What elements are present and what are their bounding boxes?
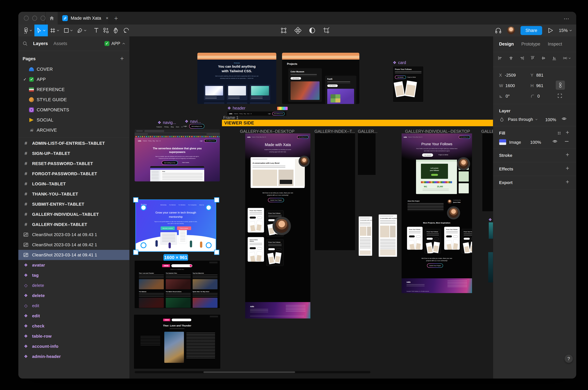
canvas-image-projects-screenshot[interactable]: Projects Color Museum Visit Website Fast… — [282, 53, 359, 104]
corner-radius-handle-se[interactable] — [206, 242, 212, 248]
tab-layers[interactable]: Layers — [33, 41, 48, 46]
fill-styles-button[interactable] — [557, 131, 561, 135]
close-tab-icon[interactable]: × — [106, 16, 108, 21]
resources-tool[interactable] — [101, 25, 111, 36]
layer-opacity-field[interactable]: 100% — [545, 117, 556, 122]
frame-gallery-index-tablet[interactable] — [315, 133, 355, 250]
layer-row-component[interactable]: ❖delete — [18, 291, 129, 301]
new-tab-button[interactable]: + — [114, 15, 118, 22]
align-top-icon[interactable] — [530, 56, 535, 61]
crop-button[interactable] — [323, 27, 329, 34]
frame-gallery-individual-desktop[interactable]: xata Features Pricing Blog Docs AI Start… — [402, 133, 472, 293]
layer-row-image[interactable]: CleanShot 2023-03-14 at 09.43 1 — [18, 230, 129, 240]
canvas-image-xmdb-gallery[interactable]: XMDB Search on: 9,153,850 titles Thor: L… — [135, 261, 220, 308]
component-label-card[interactable]: ❖card — [393, 60, 406, 65]
frame-gallery-index-desktop[interactable]: xata Features Pricing Blog Docs AI Start… — [245, 133, 310, 318]
layer-row-frame[interactable]: #THANK-YOU--TABLET — [18, 189, 129, 199]
add-export-button[interactable]: + — [566, 179, 569, 185]
x-field[interactable]: X-2509 — [499, 73, 516, 78]
window-menu-button[interactable]: ⋯ — [564, 15, 570, 22]
fill-opacity-field[interactable]: 100% — [530, 140, 541, 145]
add-fill-button[interactable]: + — [566, 129, 569, 136]
frame-label-gallery-index-desktop[interactable]: GALLERY-INDEX--DESKTOP — [240, 129, 294, 134]
frame-label-gallery-individual-desktop[interactable]: GALLERY-INDIVIDUAL--DESKTOP — [405, 129, 470, 134]
corner-radius-handle-sw[interactable] — [141, 242, 146, 248]
frame-label-galler[interactable]: GALLER... — [358, 129, 377, 134]
layer-row-component[interactable]: ❖check — [18, 321, 129, 331]
align-left-icon[interactable] — [498, 56, 503, 61]
layer-row-component[interactable]: ❖avatar — [18, 260, 129, 270]
sidebar-page-archive[interactable]: ☠ARCHIVE — [18, 125, 129, 135]
layer-row-frame[interactable]: #LOGIN--TABLET — [18, 179, 129, 189]
frame-label-gallery-index-tablet[interactable]: GALLERY-INDEX--T... — [315, 129, 355, 134]
rotation-field[interactable]: 0° — [499, 94, 510, 99]
component-label-header[interactable]: ❖header — [227, 106, 245, 110]
align-vertical-center-icon[interactable] — [541, 56, 546, 61]
layer-row-frame[interactable]: #ADMIN-LIST-OF-ENTRIES--TABLET — [18, 138, 129, 148]
frame-galler[interactable] — [358, 133, 375, 175]
layer-row-frame[interactable]: #SIGN-UP--TABLET — [18, 148, 129, 158]
add-page-button[interactable]: + — [120, 55, 124, 62]
selected-image-tupu[interactable]: tupu Mentorship For Mentors For Mentees … — [135, 199, 216, 252]
sidebar-page-app[interactable]: ✓✓APP — [18, 74, 129, 85]
shape-tool[interactable] — [61, 25, 75, 36]
canvas-image-clipped[interactable] — [488, 252, 493, 283]
frame-label-gallery-individual-tablet[interactable]: GALLERY-INDIVID... — [481, 129, 493, 134]
sidebar-page-cover[interactable]: COVER — [18, 64, 129, 74]
width-field[interactable]: W1600 — [499, 83, 515, 88]
text-tool[interactable] — [92, 25, 101, 36]
corner-radius-handle-nw[interactable] — [141, 205, 146, 211]
canvas-color-swatch[interactable] — [277, 107, 288, 110]
main-menu-button[interactable] — [21, 25, 34, 36]
layer-row-component[interactable]: ❖edit — [18, 311, 129, 321]
layer-row-component[interactable]: ❖table-row — [18, 331, 129, 341]
frame-gallery-individual-tablet[interactable] — [482, 133, 493, 211]
align-right-icon[interactable] — [519, 56, 524, 61]
blend-mode-icon[interactable] — [500, 117, 504, 122]
layer-row-component[interactable]: ❖admin-header — [18, 351, 129, 361]
component-label-navi[interactable]: ❖navi... — [185, 119, 201, 124]
distribute-menu[interactable] — [563, 56, 571, 61]
mobile-article-mockup[interactable]: A conversation with Lucy Bond — [359, 216, 372, 256]
tab-assets[interactable]: Assets — [53, 41, 67, 46]
layer-row-frame[interactable]: #SUBMIT-ENTRY--TABLET — [18, 199, 129, 209]
comment-tool[interactable] — [121, 25, 131, 36]
adjust-button[interactable] — [294, 27, 301, 34]
zoom-menu[interactable]: 15% — [559, 28, 572, 33]
layer-row-frame[interactable]: #GALLERY-INDEX--TABLET — [18, 219, 129, 230]
component-label-clipped[interactable]: ❖ — [488, 217, 493, 222]
search-icon[interactable] — [23, 41, 28, 46]
zoom-window-button[interactable] — [41, 16, 45, 21]
hand-tool[interactable] — [111, 25, 121, 36]
layer-row-frame[interactable]: #RESET-PASSWORD--TABLET — [18, 158, 129, 169]
canvas-horizontal-scrollbar[interactable] — [135, 371, 371, 373]
tab-inspect[interactable]: Inspect — [548, 42, 562, 47]
blend-mode-select[interactable]: Pass through — [508, 117, 537, 122]
canvas-component-nav-links[interactable]: Features Pricing Blog Docs AI — [157, 126, 183, 128]
layer-row-frame[interactable]: #GALLERY-INDIVIDUAL--TABLET — [18, 209, 129, 219]
canvas-image-clipped[interactable] — [489, 222, 493, 239]
add-effect-button[interactable]: + — [566, 165, 569, 172]
sidebar-page-social[interactable]: SOCIAL — [18, 115, 129, 125]
sidebar-page-components[interactable]: COMPONENTS — [18, 105, 129, 115]
current-page-selector[interactable]: ✓ APP — [105, 41, 125, 46]
help-button[interactable]: ? — [565, 355, 573, 363]
layer-row-instance[interactable]: ◇delete — [18, 280, 129, 291]
tab-design[interactable]: Design — [499, 42, 514, 47]
canvas-component-nav-actions[interactable]: Login Start building for free — [183, 124, 204, 129]
close-window-button[interactable] — [24, 16, 29, 21]
tab-prototype[interactable]: Prototype — [521, 42, 540, 47]
file-tab[interactable]: Made with Xata × — [58, 12, 108, 25]
minimize-window-button[interactable] — [32, 16, 37, 21]
remove-fill-button[interactable] — [565, 140, 569, 143]
selection-handle-nw[interactable] — [133, 197, 138, 202]
align-horizontal-center-icon[interactable] — [509, 56, 514, 61]
layer-row-component[interactable]: ❖tag — [18, 270, 129, 280]
edit-object-button[interactable] — [280, 27, 287, 34]
layer-row-image[interactable]: CleanShot 2023-03-14 at 09.42 1 — [18, 240, 129, 250]
independent-corners-toggle[interactable] — [557, 93, 562, 98]
user-avatar[interactable] — [507, 27, 515, 34]
fill-type[interactable]: Image — [509, 140, 521, 145]
canvas-image-tailwind-screenshot[interactable]: Showcase You can build anything with Tai… — [197, 53, 276, 104]
mask-contrast-button[interactable] — [309, 27, 316, 34]
